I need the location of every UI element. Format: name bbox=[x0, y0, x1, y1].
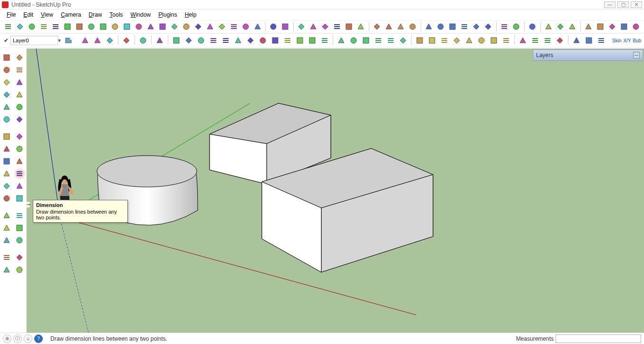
materials-icon[interactable] bbox=[527, 21, 538, 32]
menu-tools[interactable]: Tools bbox=[106, 10, 127, 19]
styleA-icon[interactable] bbox=[423, 21, 434, 32]
print-icon[interactable] bbox=[252, 21, 263, 32]
diamond-icon[interactable] bbox=[183, 35, 194, 46]
section-icon[interactable] bbox=[228, 21, 239, 32]
menu-plugins[interactable]: Plugins bbox=[154, 10, 181, 19]
protractor-tool-icon[interactable] bbox=[0, 193, 13, 204]
layer-dropdown-arrow[interactable]: ▾ bbox=[58, 37, 63, 44]
position-icon[interactable] bbox=[0, 252, 13, 263]
ruler-icon[interactable] bbox=[154, 35, 165, 46]
line-icon[interactable] bbox=[14, 77, 26, 88]
layer-name-input[interactable] bbox=[10, 36, 58, 45]
maximize-button[interactable]: ▢ bbox=[617, 1, 629, 8]
hidden-icon[interactable] bbox=[499, 21, 510, 32]
status-icon-info[interactable]: ⓘ bbox=[13, 334, 22, 343]
3dtext-tool-icon[interactable] bbox=[14, 193, 26, 204]
styleE-icon[interactable] bbox=[471, 21, 482, 32]
boxC-icon[interactable] bbox=[439, 35, 450, 46]
iso-icon[interactable] bbox=[296, 21, 307, 32]
status-icon-help[interactable]: ? bbox=[34, 334, 43, 343]
pushpull-icon[interactable] bbox=[14, 131, 26, 142]
geo-icon[interactable] bbox=[517, 35, 529, 46]
ruler2-icon[interactable] bbox=[529, 35, 541, 46]
component-icon[interactable] bbox=[14, 52, 26, 63]
menu-camera[interactable]: Camera bbox=[57, 10, 85, 19]
skin-label[interactable]: Skin bbox=[611, 38, 622, 43]
dot6-icon[interactable] bbox=[397, 35, 409, 46]
measure-icon[interactable] bbox=[157, 21, 168, 32]
globe2-icon[interactable] bbox=[554, 35, 566, 46]
boxD-icon[interactable] bbox=[451, 35, 462, 46]
layer-visible-checkbox[interactable]: ✔ bbox=[4, 37, 9, 44]
circle-icon[interactable] bbox=[109, 21, 120, 32]
sun-icon[interactable] bbox=[269, 35, 281, 46]
rotate-icon[interactable] bbox=[0, 143, 13, 155]
line-icon[interactable] bbox=[145, 21, 156, 32]
2d-icon[interactable] bbox=[268, 21, 279, 32]
bub-label[interactable]: Bub bbox=[632, 38, 643, 43]
dot5-icon[interactable] bbox=[385, 35, 396, 46]
erase-icon[interactable] bbox=[62, 21, 73, 32]
dimension-icon[interactable] bbox=[14, 168, 26, 179]
bush-icon[interactable] bbox=[595, 21, 606, 32]
styleF-icon[interactable] bbox=[483, 21, 494, 32]
close-button[interactable]: ✕ bbox=[631, 1, 642, 8]
rt-icon[interactable] bbox=[208, 35, 219, 46]
menu-edit[interactable]: Edit bbox=[19, 10, 37, 19]
zoomextents-icon[interactable] bbox=[0, 235, 13, 246]
text-icon[interactable] bbox=[14, 180, 26, 192]
wall-icon[interactable] bbox=[137, 35, 149, 46]
rect-icon[interactable] bbox=[97, 21, 108, 32]
menu-file[interactable]: File bbox=[3, 10, 19, 19]
polygon-icon[interactable] bbox=[121, 21, 132, 32]
layers-panel-collapse[interactable]: — bbox=[633, 52, 640, 59]
q-icon[interactable] bbox=[232, 35, 244, 46]
dot1-icon[interactable] bbox=[336, 35, 347, 46]
undo-icon[interactable] bbox=[2, 21, 13, 32]
paint-icon[interactable] bbox=[0, 64, 13, 76]
menu-help[interactable]: Help bbox=[181, 10, 201, 19]
walk-icon[interactable] bbox=[0, 264, 13, 275]
menu-view[interactable]: View bbox=[37, 10, 57, 19]
pause-icon[interactable] bbox=[319, 35, 330, 46]
move-icon[interactable] bbox=[0, 131, 13, 142]
3d-icon[interactable] bbox=[280, 21, 291, 32]
tape-icon[interactable] bbox=[0, 168, 13, 179]
status-icon-user[interactable]: ☺ bbox=[24, 334, 32, 343]
viewport-3d[interactable]: Layers — Dimension Draw dimension lines … bbox=[27, 49, 644, 333]
target-icon[interactable] bbox=[257, 35, 269, 46]
left-icon[interactable] bbox=[356, 21, 366, 32]
section-tool-icon[interactable] bbox=[14, 264, 26, 275]
previousview-icon[interactable] bbox=[14, 235, 26, 246]
axes-icon[interactable] bbox=[181, 21, 192, 32]
dot4-icon[interactable] bbox=[373, 35, 384, 46]
r-icon[interactable] bbox=[195, 35, 207, 46]
orbit-icon[interactable] bbox=[0, 210, 13, 221]
push-icon[interactable] bbox=[133, 21, 144, 32]
bb-icon[interactable] bbox=[220, 35, 231, 46]
layer-manager-button[interactable] bbox=[63, 35, 75, 46]
styleB-icon[interactable] bbox=[435, 21, 446, 32]
xray-icon[interactable] bbox=[511, 21, 522, 32]
previous-icon[interactable] bbox=[543, 21, 554, 32]
globe-icon[interactable] bbox=[282, 35, 293, 46]
pan-icon[interactable] bbox=[14, 210, 26, 221]
crate-icon[interactable] bbox=[571, 35, 582, 46]
freehand-tool-icon[interactable] bbox=[14, 101, 26, 113]
diamond2-icon[interactable] bbox=[245, 35, 256, 46]
copy-icon[interactable] bbox=[38, 21, 49, 32]
circle-tool-icon[interactable] bbox=[0, 89, 13, 100]
eraser-icon[interactable] bbox=[14, 64, 26, 76]
top-icon[interactable] bbox=[308, 21, 319, 32]
faceD-icon[interactable] bbox=[407, 21, 418, 32]
boxE-icon[interactable] bbox=[463, 35, 475, 46]
star-icon[interactable] bbox=[104, 35, 115, 46]
next-icon[interactable] bbox=[555, 21, 566, 32]
person-icon[interactable] bbox=[542, 35, 553, 46]
menu-window[interactable]: Window bbox=[127, 10, 155, 19]
arc-tool-icon[interactable] bbox=[14, 89, 26, 100]
m-icon[interactable] bbox=[171, 35, 182, 46]
offset2-icon[interactable] bbox=[14, 114, 26, 125]
boxB-icon[interactable] bbox=[426, 35, 438, 46]
faceC-icon[interactable] bbox=[395, 21, 406, 32]
